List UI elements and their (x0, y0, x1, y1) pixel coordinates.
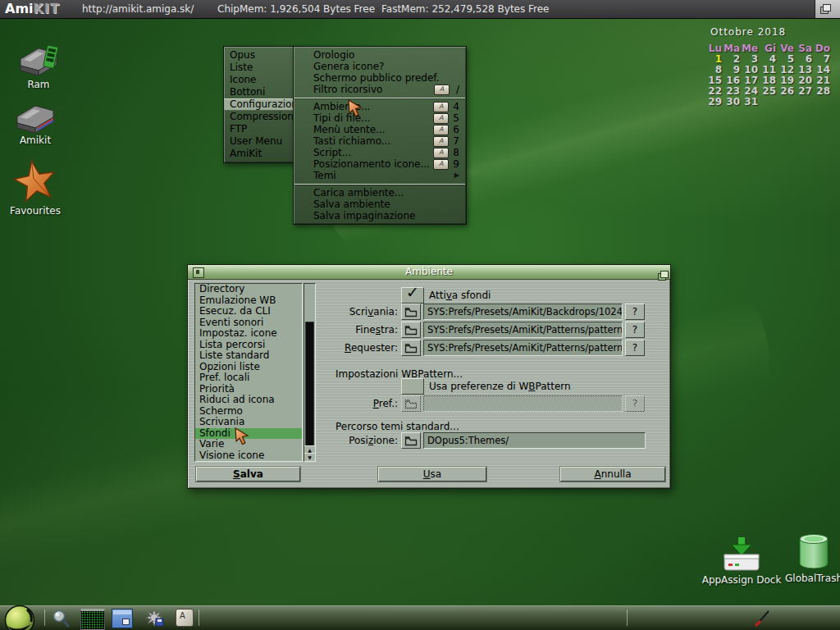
usa-button[interactable]: Usa (378, 467, 486, 482)
logo-kit: KIT (34, 1, 60, 16)
menu-item[interactable]: Configurazione (224, 98, 299, 111)
category-list-item[interactable]: Emulazione WB (195, 295, 302, 307)
field-input[interactable]: SYS:Prefs/Presets/AmiKit/Backdrops/1024x… (423, 304, 623, 320)
submenu-item[interactable]: Schermo pubblico predef. (294, 72, 466, 84)
window-title-bar[interactable]: Ambiente (188, 265, 670, 280)
desktop-icon-globaltrash[interactable]: GlobalTrash (773, 532, 840, 584)
category-list-item[interactable]: Opzioni liste (195, 362, 302, 373)
chipmem-free: ChipMem: 1,926,504 Bytes Free (217, 3, 375, 15)
category-list-item[interactable]: Eventi sonori (195, 317, 302, 329)
calendar-day: 25 (758, 86, 776, 97)
submenu-item[interactable]: Salva impaginazione (294, 210, 466, 221)
boing-disk-icon[interactable] (144, 609, 166, 628)
submenu-item-label: Filtro ricorsivo (313, 84, 434, 95)
attiva-sfondi-label: Attiva sfondi (429, 290, 491, 301)
desktop-icon-appassign-dock[interactable]: AppAssign Dock (699, 536, 784, 586)
submenu-item[interactable]: Filtro ricorsivo A / (294, 84, 466, 95)
category-list-item[interactable]: Visione icone (195, 450, 302, 462)
icon-label: Amikit (20, 135, 51, 146)
field-label: Scrivania: (294, 306, 401, 317)
taskbar-separator (44, 609, 45, 626)
star-icon (11, 158, 59, 205)
amikit-start-sphere-icon[interactable] (4, 605, 37, 630)
pref-field-input (423, 395, 623, 412)
submenu-item[interactable]: Orologio (294, 49, 466, 61)
menu-item[interactable]: Compression (224, 111, 299, 123)
submenu-item[interactable]: Salva ambiente (294, 199, 466, 210)
field-input[interactable]: SYS:Prefs/Presets/AmiKit/Patterns/patter… (423, 340, 623, 356)
category-list-item[interactable]: Pref. locali (195, 372, 302, 384)
desktop-icon-amikit[interactable]: Amikit (3, 102, 67, 146)
calendar-day: 28 (812, 86, 830, 97)
help-button[interactable]: ? (625, 304, 645, 320)
menu-item[interactable]: Opus (224, 49, 299, 62)
menu-item[interactable]: User Menu (224, 135, 299, 148)
submenu-item-label: Salva ambiente (313, 199, 459, 210)
submenu-item[interactable]: Genera icone? (294, 61, 466, 72)
usa-wbpattern-checkbox[interactable] (401, 378, 424, 395)
desktop-icon-favourites[interactable]: Favourites (2, 158, 69, 217)
menu-item[interactable]: Icone (224, 74, 299, 86)
menu-item[interactable]: Bottoni (224, 86, 299, 98)
amikit-logo: AmiKIT (5, 1, 60, 17)
window-depth-icon (660, 271, 669, 278)
icon-label: AppAssign Dock (702, 574, 782, 586)
salva-button[interactable]: Salva (196, 467, 300, 482)
folder-button[interactable] (401, 304, 421, 320)
posizione-label: Posizione: (294, 435, 401, 446)
annulla-button[interactable]: Annulla (560, 467, 665, 482)
submenu-item-label: Temi (313, 170, 454, 181)
screen-depth-gadget[interactable] (815, 0, 840, 18)
help-button[interactable]: ? (625, 340, 645, 356)
folder-button[interactable] (401, 432, 421, 449)
icon-label: Ram (27, 79, 49, 90)
folder-button[interactable] (401, 340, 421, 356)
desktop-icon-ram[interactable]: Ram (7, 43, 71, 90)
submenu-item-label: Ambiente... (313, 101, 433, 112)
category-list-item[interactable]: Riduci ad icona (195, 395, 302, 406)
category-list-item[interactable]: Impostaz. icone (195, 328, 302, 340)
window-depth-gadget[interactable] (653, 267, 666, 277)
clock-hands-icon (749, 609, 772, 629)
window-tool-icon[interactable] (112, 609, 133, 628)
key-a-icon[interactable]: A (176, 609, 194, 627)
menu-item[interactable]: Liste (224, 62, 299, 74)
category-list-item[interactable]: Esecuz. da CLI (195, 306, 302, 317)
posizione-row: Posizione: DOpus5:Themes/ (294, 432, 646, 449)
posizione-field-input[interactable]: DOpus5:Themes/ (423, 432, 646, 449)
submenu-item[interactable]: Tipi di file... A 5 (294, 112, 466, 124)
search-icon[interactable] (51, 609, 71, 628)
dopus-main-menu: OpusListeIconeBottoniConfigurazioneCompr… (223, 46, 300, 163)
submenu-item[interactable]: Tasti richiamo... A 7 (294, 135, 466, 147)
attiva-sfondi-checkbox[interactable]: ✓ (401, 287, 424, 304)
category-list-item[interactable]: Liste standard (195, 350, 302, 362)
category-list-item[interactable]: Priorità (195, 384, 302, 395)
shortcut: A 9 (433, 158, 459, 170)
submenu-item[interactable]: Menù utente... A 6 (294, 124, 466, 135)
pref-disabled-group: ? (401, 395, 645, 412)
led-display-icon[interactable] (80, 609, 105, 630)
scroll-down-icon[interactable]: ▼ (304, 453, 315, 461)
submenu-item[interactable]: Script... A 8 (294, 147, 466, 158)
screen-title-bar: AmiKIT http://amikit.amiga.sk/ ChipMem: … (0, 0, 840, 19)
category-list-item[interactable]: Schermo (195, 406, 302, 418)
submenu-item[interactable]: Temi ▶ (294, 170, 466, 181)
shortcut-key: 4 (453, 101, 459, 112)
category-list-item[interactable]: Lista percorsi (195, 340, 302, 351)
help-button[interactable]: ? (625, 322, 645, 338)
category-list-item[interactable]: Directory (195, 284, 302, 295)
logo-ami: Ami (5, 1, 34, 16)
submenu-item[interactable]: Ambiente... A 4 (294, 101, 466, 112)
category-list-item[interactable]: Scrivania (195, 417, 302, 428)
icon-label: GlobalTrash (785, 573, 840, 584)
folder-icon (404, 436, 418, 446)
field-input[interactable]: SYS:Prefs/Presets/AmiKit/Patterns/patter… (423, 322, 623, 338)
menu-item[interactable]: FTP (224, 123, 299, 135)
submenu-item[interactable]: Posizionamento icone... A 9 (294, 158, 466, 170)
submenu-item[interactable]: Carica ambiente... (294, 187, 466, 199)
calendar-day: 26 (776, 86, 794, 97)
field-label: Finestra: (294, 324, 401, 336)
mouse-pointer-icon (348, 99, 368, 119)
menu-item[interactable]: AmiKit (224, 148, 299, 160)
folder-button[interactable] (401, 322, 421, 338)
